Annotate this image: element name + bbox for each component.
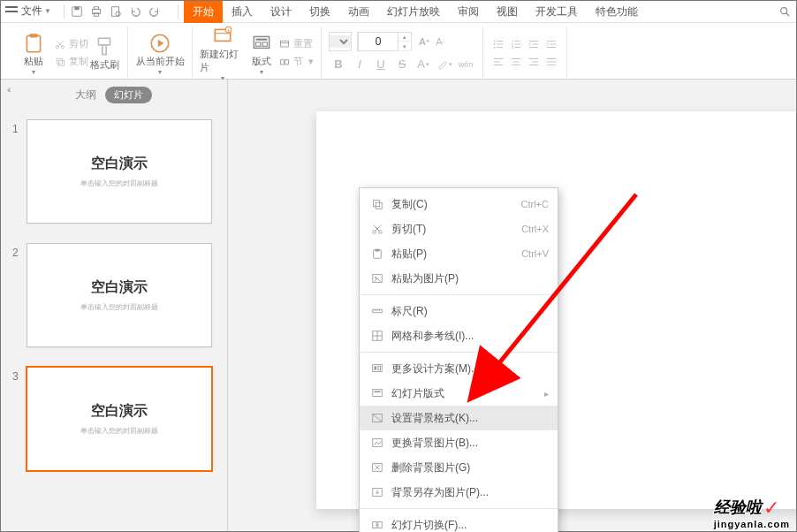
svg-point-71 [375,277,376,278]
cut-button[interactable]: 剪切 [55,36,88,52]
delete-bg-icon [368,460,386,475]
indent-decrease-icon[interactable] [526,36,542,52]
slides-tab[interactable]: 幻灯片 [105,87,152,103]
highlight-button[interactable]: ▾ [435,55,454,74]
paragraph-group: 123 [483,27,567,79]
print-preview-icon[interactable] [109,4,123,19]
menu-file[interactable]: 文件 ▼ [5,4,51,19]
svg-rect-3 [94,6,98,9]
layout-button[interactable]: 版式 ▾ [246,28,277,78]
tab-start[interactable]: 开始 [184,0,223,23]
tab-animation[interactable]: 动画 [339,0,378,23]
svg-rect-25 [256,38,268,40]
tab-special[interactable]: 特色功能 [587,0,647,23]
from-current-button[interactable]: 从当前开始 ▾ [135,28,185,78]
play-icon [148,32,171,55]
svg-rect-15 [57,58,62,64]
ctx-copy[interactable]: 复制(C) Ctrl+C [360,192,558,217]
redo-icon[interactable] [148,4,162,19]
format-painter-icon [93,35,116,58]
svg-rect-16 [59,60,65,65]
font-increase[interactable]: A+ [417,32,431,51]
format-painter-button[interactable]: 格式刷 [88,28,120,78]
design-icon [368,361,386,376]
svg-rect-26 [256,42,261,45]
bullet-list-icon[interactable] [490,36,506,52]
svg-rect-30 [281,59,285,64]
ctx-grid[interactable]: 网格和参考线(I)... [360,323,558,348]
align-right-icon[interactable] [526,54,542,70]
tab-design[interactable]: 设计 [262,0,300,23]
pinyin-button[interactable]: wén [456,55,475,74]
paste-button[interactable]: 粘贴 ▾ [14,28,53,78]
svg-rect-63 [376,202,382,209]
paste-picture-icon [368,271,386,285]
search-icon[interactable] [778,4,792,19]
tab-view[interactable]: 视图 [488,0,527,23]
new-slide-button[interactable]: + 新建幻灯片 ▾ [200,28,246,78]
ctx-paste[interactable]: 粘贴(P) Ctrl+V [360,241,558,266]
font-decrease[interactable]: A- [433,32,447,51]
align-left-icon[interactable] [490,54,506,70]
svg-rect-31 [285,59,289,64]
quick-access-toolbar [70,4,162,19]
tab-transition[interactable]: 切换 [300,0,339,23]
ctx-more-design[interactable]: 更多设计方案(M)... [360,356,558,381]
align-center-icon[interactable] [508,54,524,70]
cut-icon [368,222,386,236]
ctx-slide-layout[interactable]: 幻灯片版式 ▸ [360,381,558,406]
ctx-slide-transition[interactable]: 幻灯片切换(F)... [360,513,558,532]
dropdown-arrow-icon: ▼ [44,7,51,15]
transition-icon [368,518,386,532]
print-icon[interactable] [89,4,103,19]
font-size-picker[interactable]: 0 ▴▾ [357,32,412,51]
grid-icon [368,329,386,343]
ribbon-tabs: 开始 插入 设计 切换 动画 幻灯片放映 审阅 视图 开发工具 特色功能 [184,0,647,23]
indent-increase-icon[interactable] [543,36,559,52]
underline-button[interactable]: U [371,55,391,74]
new-slide-icon: + [211,25,234,48]
number-list-icon[interactable]: 123 [508,36,524,52]
ctx-ruler[interactable]: 标尺(R) [360,299,558,323]
save-icon[interactable] [70,4,84,19]
copy-button[interactable]: 复制 [55,54,88,70]
copy-icon [368,197,386,211]
ctx-cut[interactable]: 剪切(T) Ctrl+X [360,217,558,241]
tab-insert[interactable]: 插入 [223,0,262,23]
tab-review[interactable]: 审阅 [449,0,488,23]
ctx-paste-as-picture[interactable]: 粘贴为图片(P) [360,266,558,291]
collapse-icon[interactable]: ‹‹ [7,85,10,95]
svg-rect-18 [102,45,106,55]
svg-rect-62 [374,201,380,207]
paste-icon [368,247,386,261]
svg-rect-82 [373,390,383,397]
italic-button[interactable]: I [350,55,369,74]
strike-button[interactable]: S [392,55,412,74]
font-color-button[interactable]: A▾ [414,55,433,74]
section-button[interactable]: 节▾ [279,54,314,70]
slide-thumb-3[interactable]: 3 空白演示 单击输入您的封面副标题 [0,363,227,487]
align-justify-icon[interactable] [543,54,559,70]
ctx-set-background[interactable]: 设置背景格式(K)... [360,406,558,430]
svg-rect-1 [74,6,79,10]
ribbon: 粘贴 ▾ 剪切 复制 格式刷 从当前开始 ▾ + 新建幻灯片 ▾ 版式 ▾ [0,23,797,80]
svg-point-36 [494,46,496,48]
ruler-icon [368,304,386,318]
slide-panel: ‹‹ 大纲 幻灯片 1 空白演示 单击输入您的封面副标题 2 空白演示 单击输入… [0,80,228,532]
outline-tab[interactable]: 大纲 [75,87,96,103]
svg-point-32 [494,40,496,42]
tab-slideshow[interactable]: 幻灯片放映 [378,0,449,23]
check-icon: ✓ [763,497,779,519]
bold-button[interactable]: B [329,55,348,74]
tab-developer[interactable]: 开发工具 [527,0,587,23]
slide-thumb-2[interactable]: 2 空白演示 单击输入您的封面副标题 [0,239,227,363]
ctx-save-background[interactable]: 背景另存为图片(P)... [360,480,558,505]
menu-file-label: 文件 [21,4,42,19]
svg-rect-83 [375,391,381,392]
ctx-change-background[interactable]: 更换背景图片(B)... [360,430,558,455]
ctx-delete-background[interactable]: 删除背景图片(G) [360,455,558,480]
slide-thumb-1[interactable]: 1 空白演示 单击输入您的封面副标题 [0,116,227,239]
undo-icon[interactable] [128,4,142,19]
reset-button[interactable]: 重置 [279,36,314,52]
font-family-select[interactable] [329,32,352,51]
